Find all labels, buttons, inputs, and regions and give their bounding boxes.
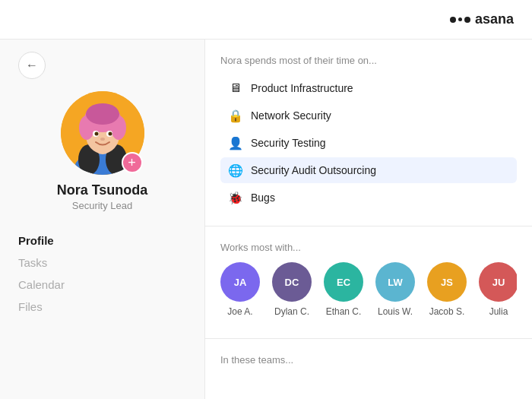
collaborator-name: Jacob S. <box>429 306 465 317</box>
project-icon: 🖥 <box>228 81 243 96</box>
asana-logo-text: asana <box>475 11 514 27</box>
sidebar-item-profile-label: Profile <box>18 234 54 247</box>
project-item[interactable]: 🐞Bugs <box>220 185 517 211</box>
project-list: 🖥Product Infrastructure🔒Network Security… <box>220 75 517 211</box>
collaborators-section: Works most with... JAJoe A.DCDylan C.ECE… <box>220 242 517 323</box>
collaborator[interactable]: JSJacob S. <box>427 262 467 317</box>
collaborator-avatar: DC <box>272 262 312 302</box>
asana-dot-3 <box>464 17 470 23</box>
collaborator-avatar: EC <box>324 262 363 302</box>
project-item[interactable]: 🖥Product Infrastructure <box>220 75 517 101</box>
sidebar-item-tasks[interactable]: Tasks <box>18 252 186 274</box>
time-section-label: Nora spends most of their time on... <box>220 55 517 66</box>
sidebar-item-files-label: Files <box>18 300 43 313</box>
sidebar-item-tasks-label: Tasks <box>18 256 47 269</box>
right-content: Nora spends most of their time on... 🖥Pr… <box>205 40 532 399</box>
collaborator-avatar: JA <box>220 262 260 302</box>
svg-point-12 <box>94 132 98 136</box>
avatar-container: + <box>61 91 144 175</box>
project-item[interactable]: 🌐Security Audit Outsourcing <box>220 157 517 183</box>
sidebar-item-calendar[interactable]: Calendar <box>18 274 186 296</box>
main-layout: ← <box>0 40 532 399</box>
add-icon: + <box>128 155 136 171</box>
svg-point-9 <box>86 103 119 125</box>
collaborator-name: Ethan C. <box>326 306 362 317</box>
project-name: Security Testing <box>251 137 509 149</box>
collaborators-section-label: Works most with... <box>220 242 517 253</box>
project-icon: 👤 <box>228 135 243 150</box>
project-name: Network Security <box>251 109 509 122</box>
divider-2 <box>205 338 532 339</box>
asana-dot-2 <box>458 17 462 21</box>
project-name: Bugs <box>251 192 509 204</box>
collaborator-avatar: JS <box>427 262 467 302</box>
svg-point-14 <box>100 138 105 141</box>
collaborator-avatar: LW <box>375 262 415 302</box>
svg-point-13 <box>108 132 112 136</box>
profile-section: + Nora Tsunoda Security Lead <box>18 91 186 211</box>
collaborator-avatar: JU <box>479 262 517 302</box>
project-icon: 🔒 <box>228 108 243 123</box>
sidebar-item-calendar-label: Calendar <box>18 278 65 291</box>
project-item[interactable]: 🔒Network Security <box>220 103 517 128</box>
user-name: Nora Tsunoda <box>57 182 148 198</box>
project-icon: 🌐 <box>228 163 243 178</box>
time-section: Nora spends most of their time on... 🖥Pr… <box>220 55 517 211</box>
collaborator-name: Julia <box>489 306 508 317</box>
collaborators-row: JAJoe A.DCDylan C.ECEthan C.LWLouis W.JS… <box>220 262 517 323</box>
topbar: asana <box>0 0 532 40</box>
collaborator[interactable]: JUJulia <box>479 262 517 317</box>
project-item[interactable]: 👤Security Testing <box>220 130 517 156</box>
sidebar-item-files[interactable]: Files <box>18 296 186 318</box>
divider-1 <box>205 226 532 226</box>
left-sidebar: ← <box>0 40 205 399</box>
asana-logo: asana <box>450 11 514 27</box>
sidebar-nav: Profile Tasks Calendar Files <box>18 230 186 318</box>
collaborator-name: Dylan C. <box>274 306 309 317</box>
collaborator-name: Louis W. <box>378 306 413 317</box>
teams-section-label: In these teams... <box>220 354 517 378</box>
collaborator[interactable]: DCDylan C. <box>272 262 312 317</box>
sidebar-item-profile[interactable]: Profile <box>18 230 186 252</box>
project-icon: 🐞 <box>228 190 243 205</box>
collaborator[interactable]: ECEthan C. <box>324 262 363 317</box>
project-name: Security Audit Outsourcing <box>251 164 509 176</box>
collaborator[interactable]: JAJoe A. <box>220 262 260 317</box>
collaborator-name: Joe A. <box>227 306 252 317</box>
collaborator[interactable]: LWLouis W. <box>375 262 415 317</box>
asana-dot-1 <box>450 17 456 23</box>
back-button[interactable]: ← <box>18 52 46 79</box>
teams-section: In these teams... <box>220 354 517 378</box>
back-icon: ← <box>26 59 38 72</box>
project-name: Product Infrastructure <box>251 82 509 94</box>
user-role: Security Lead <box>72 200 133 211</box>
add-profile-button[interactable]: + <box>122 152 143 173</box>
asana-logo-dots <box>450 17 470 23</box>
